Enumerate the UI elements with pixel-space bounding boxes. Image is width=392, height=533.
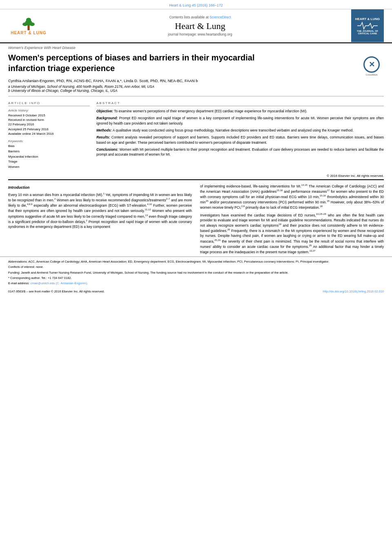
abstract-background: Background: Prompt ED recognition and ra… <box>96 116 384 126</box>
authors-line: Cynthia Arslanian-Engoren, PhD, RN, ACNS… <box>0 77 392 84</box>
svg-rect-0 <box>27 25 29 30</box>
keyword-women: Women <box>8 165 90 170</box>
funding-text: Funding: Janeth and Amherst Turner Nursi… <box>8 271 289 274</box>
conclusions-label: Conclusions: <box>96 147 118 152</box>
results-label: Results: <box>96 135 110 139</box>
footnote-abbrev: Abbreviations: ACC, American College of … <box>8 259 384 264</box>
body-section: Introduction Every 10 min a woman dies f… <box>0 180 392 256</box>
svg-point-4 <box>26 18 31 22</box>
methods-text: A qualitative study was conducted using … <box>113 128 354 132</box>
abstract-col: ABSTRACT Objective: To examine women's p… <box>96 101 384 170</box>
article-title-row: Women's perceptions of biases and barrie… <box>0 51 392 77</box>
accepted-date: Accepted 25 February 2016 <box>8 127 90 132</box>
background-label: Background: <box>96 116 118 120</box>
keyword-triage: Triage <box>8 159 90 165</box>
keywords-list: Bias Barriers Myocardial infarction Tria… <box>8 144 90 170</box>
page: Heart & Lung 45 (2016) 166–172 HEART & L… <box>0 0 392 295</box>
svg-point-3 <box>30 22 35 26</box>
footnote-conflicts: Conflicts of interest: none. <box>8 265 384 269</box>
abstract-label-heading: ABSTRACT <box>96 101 384 106</box>
journal-reference: Heart & Lung 45 (2016) 166–172 <box>0 0 392 9</box>
sciencedirect-link[interactable]: ScienceDirect <box>209 15 231 19</box>
ecg-icon <box>357 22 378 30</box>
article-title: Women's perceptions of biases and barrie… <box>8 52 290 74</box>
abstract-conclusions: Conclusions: Women with MI perceived mul… <box>96 147 384 157</box>
heart-lung-badge: HEART & LUNG THE JOURNAL OFCRITICAL CARE <box>351 9 384 42</box>
footnotes-area: Abbreviations: ACC, American College of … <box>0 256 392 288</box>
revised-label: Received in revised form <box>8 118 90 122</box>
article-type-text: Women's Experience With Heart Disease <box>8 46 76 50</box>
abbrev-text: Abbreviations: ACC, American College of … <box>8 260 329 263</box>
journal-header-bar: HEART & LUNG Contents lists available at… <box>0 9 392 42</box>
crossmark-label: CrossMark <box>365 74 377 76</box>
email-link[interactable]: cmae@umich.edu (C. Arslanian-Engoren). <box>30 281 88 285</box>
history-label: Article history: <box>8 109 90 112</box>
svg-point-2 <box>22 22 27 26</box>
doi-link[interactable]: http://dx.doi.org/10.1016/j.hrtlng.2016.… <box>323 290 384 293</box>
footnotes-left: Abbreviations: ACC, American College of … <box>8 259 384 286</box>
elsevier-logo: HEART & LUNG <box>8 15 49 37</box>
copyright-line: © 2016 Elsevier Inc. All rights reserved… <box>0 173 392 179</box>
abstract-methods: Methods: A qualitative study was conduct… <box>96 128 384 133</box>
intro-para-2: of implementing evidence-based, life-sav… <box>200 183 384 210</box>
keyword-mi: Myocardial infarction <box>8 154 90 160</box>
methods-label: Methods: <box>96 128 112 132</box>
abstract-results: Results: Content analysis revealed perce… <box>96 135 384 145</box>
keywords-label: Keywords: <box>8 139 90 143</box>
intro-para-3: Investigators have examined the cardiac … <box>200 212 384 254</box>
introduction-heading: Introduction <box>8 185 192 190</box>
received-1: Received 9 October 2015 <box>8 113 90 118</box>
affiliations: a University of Michigan, School of Nurs… <box>0 84 392 94</box>
divider-1 <box>8 96 384 96</box>
revised-date: 22 February 2016 <box>8 122 90 127</box>
footnote-corresponding: * Corresponding author. Tel.: +1 734 647… <box>8 276 384 280</box>
available-date: Available online 24 March 2016 <box>8 132 90 136</box>
authors-text: Cynthia Arslanian-Engoren, PhD, RN, ACNS… <box>8 78 198 83</box>
objective-text: To examine women's perceptions of their … <box>114 109 307 113</box>
article-info-col: ARTICLE INFO Article history: Received 9… <box>8 101 90 170</box>
article-type-banner: Women's Experience With Heart Disease <box>0 42 392 51</box>
journal-ref-text: Heart & Lung 45 (2016) 166–172 <box>169 3 223 7</box>
affiliation-b: b University of Illinois at Chicago, Col… <box>8 89 384 93</box>
elsevier-text: HEART & LUNG <box>11 31 47 35</box>
objective-label: Objective: <box>96 109 113 113</box>
badge-subtitle: THE JOURNAL OFCRITICAL CARE <box>357 30 379 35</box>
footnote-email: E-mail address: cmae@umich.edu (C. Arsla… <box>8 281 384 285</box>
badge-title: HEART & LUNG <box>355 17 380 21</box>
contents-text: Contents lists available at <box>169 15 208 19</box>
body-col-left: Introduction Every 10 min a woman dies f… <box>8 183 192 256</box>
background-text: Prompt ED recognition and rapid triage o… <box>96 116 384 125</box>
email-label: E-mail address: <box>8 281 29 285</box>
bottom-bar: 0147-9563/$ – see front matter © 2016 El… <box>0 288 392 295</box>
corresponding-text: * Corresponding author. Tel.: +1 734 647… <box>8 276 72 280</box>
copyright-text: © 2016 Elsevier Inc. All rights reserved… <box>327 174 384 178</box>
crossmark-icon: ✕ <box>363 56 380 73</box>
body-col-right: of implementing evidence-based, life-sav… <box>200 183 384 256</box>
footnote-funding: Funding: Janeth and Amherst Turner Nursi… <box>8 270 384 275</box>
crossmark-badge: ✕ CrossMark <box>359 56 384 76</box>
keyword-barriers: Barriers <box>8 149 90 154</box>
keyword-bias: Bias <box>8 144 90 149</box>
conflicts-text: Conflicts of interest: none. <box>8 265 44 269</box>
journal-center: Contents lists available at ScienceDirec… <box>49 12 351 40</box>
info-abstract-section: ARTICLE INFO Article history: Received 9… <box>0 98 392 173</box>
issn-text: 0147-9563/$ – see front matter © 2016 El… <box>8 290 105 293</box>
article-info-label: ARTICLE INFO <box>8 101 90 106</box>
abstract-objective: Objective: To examine women's perception… <box>96 109 384 114</box>
results-text: Content analysis revealed perceptions of… <box>96 135 384 144</box>
contents-line: Contents lists available at ScienceDirec… <box>49 15 351 19</box>
journal-title: Heart & Lung <box>49 21 351 31</box>
intro-para-1: Every 10 min a woman dies from a myocard… <box>8 192 192 229</box>
elsevier-tree-icon <box>16 16 41 31</box>
affiliation-a: a University of Michigan, School of Nurs… <box>8 85 384 89</box>
journal-homepage: journal homepage: www.heartandlung.org <box>49 32 351 36</box>
homepage-text: journal homepage: www.heartandlung.org <box>168 32 232 36</box>
conclusions-text: Women with MI perceived multiple barrier… <box>96 147 384 156</box>
